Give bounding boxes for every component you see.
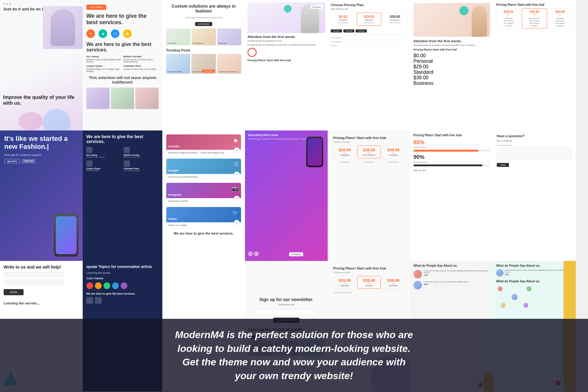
style-thumb-2: Photosession xyxy=(191,28,216,45)
nav-bar xyxy=(3,3,80,5)
p-sub-feat-2c: List Item xyxy=(524,25,545,27)
phone-screen xyxy=(56,216,77,254)
testimonial-name-a: Julia xyxy=(505,273,573,275)
price-name-standard: Standard xyxy=(359,19,379,21)
swatch-green xyxy=(104,282,110,289)
fashion-hero-image: ★ Fashion xyxy=(247,2,325,33)
p-price-2: $39.99 xyxy=(524,10,545,13)
tile-services-dark: We are here to give the best services. N… xyxy=(83,130,162,261)
choose-btn-1[interactable]: Choose xyxy=(331,29,342,32)
p-col-3: $59.99 /mo Available Top Feature Top Fea… xyxy=(548,8,573,28)
photo-thumb-1 xyxy=(86,88,110,109)
testimonial-content-a: Lorem ipsum dolor sit amet, consectetur … xyxy=(505,269,573,277)
photo-thumb-3 xyxy=(135,88,159,109)
attn-hero-person xyxy=(472,6,487,37)
pricing-choose-title: Choose Pricing Plan. xyxy=(331,3,407,7)
what-title2: What do People Say About us. xyxy=(496,280,573,283)
read-more-btn[interactable]: Read More xyxy=(202,70,215,73)
newsletter-email-input[interactable] xyxy=(256,309,317,316)
p-period-col-2: /mo xyxy=(524,13,545,15)
social-card-instagram: Instagram 📷 + Subscribe to channel xyxy=(166,183,241,204)
p-price-3: $59.99 xyxy=(550,10,571,13)
mini-avatar-2 xyxy=(254,251,259,256)
p-tier-cheapest: Cheapest xyxy=(335,154,354,156)
instagram-plus-btn[interactable]: + xyxy=(234,196,240,202)
outer-circle-1 xyxy=(498,286,503,291)
youtube-icon: ▶ xyxy=(234,137,239,144)
person-silhouette xyxy=(51,9,75,46)
form-field-name[interactable] xyxy=(4,272,64,277)
testimonial-2: Lorem ipsum dolor sit amet, consectetur … xyxy=(413,281,490,289)
dark-feat-title-coding: No Coding xyxy=(86,154,121,156)
attention-desc: Everything that we advertised is also be… xyxy=(247,44,325,46)
orange-cta-btn[interactable]: Get Started xyxy=(86,5,106,10)
testimonial-name-2: Mark xyxy=(424,283,469,285)
tile-attention: ★ Fashion Attention from the first words… xyxy=(245,0,328,130)
cta-desc: Skill Our Test xyxy=(413,169,490,172)
appstore-btn[interactable]: App Store xyxy=(4,159,20,164)
pink-blob-decoration xyxy=(18,112,43,130)
getit-btn[interactable]: Get it on xyxy=(22,159,35,164)
improve-text: Improve the quality of your life with us… xyxy=(3,94,83,106)
google-plus-btn[interactable]: + xyxy=(234,172,240,178)
progress-section-1: 85% Skill Our Test xyxy=(413,139,490,152)
p-sub-feat-2a: Top Feature xyxy=(524,20,545,22)
swatch-blue xyxy=(112,282,119,289)
choose-btn-3[interactable]: Choose xyxy=(356,29,367,32)
dark-feat-title-styles: Unique Styles xyxy=(86,168,121,170)
attention-sub: Everything that we advertised is true. xyxy=(247,40,325,42)
tile-progress: Pricing Plans! Start with free trial 85%… xyxy=(410,130,493,261)
twitter-plus-btn[interactable]: + xyxy=(234,220,240,226)
feature-mobile: Mobile Friendly All you can do on mobile… xyxy=(123,55,159,63)
progress-fill-1 xyxy=(413,150,479,152)
google-icon: G xyxy=(234,161,239,168)
price-feature-free: Top Features xyxy=(333,22,353,24)
company-badge: Company xyxy=(289,252,303,256)
feature-title-coding: No Coding xyxy=(86,55,122,58)
question-input[interactable] xyxy=(497,147,572,160)
send-button[interactable]: SEND xyxy=(4,289,24,295)
feature-desc-styles: Endless designs and multiple page design… xyxy=(86,68,122,72)
pricing-teaser-title: Pricing Plans! Start with free trial xyxy=(247,59,325,62)
pricing2-title: Pricing Plans! Start with free trial xyxy=(333,136,405,140)
pf-top: Top Features xyxy=(333,161,356,163)
attn-hero-image xyxy=(413,3,490,37)
learn-text: Learning the secrets... xyxy=(4,301,79,305)
feature-item-3: List Item xyxy=(331,45,407,47)
no-select-text: This selection will not leave anyone ind… xyxy=(86,75,159,85)
attn-hero-title: Attention from the first words. xyxy=(413,39,490,43)
write-title: Write to us and we will help! xyxy=(4,265,79,270)
p-tier-3-2: Popular xyxy=(360,285,378,287)
pricing-choose-sub: Start with free trial xyxy=(331,8,407,10)
price-amount-free: $0.00 xyxy=(333,15,353,18)
youtube-plus-btn[interactable]: + xyxy=(234,147,240,153)
dark-feature-styles: Unique Styles Multiple designs xyxy=(86,160,121,172)
progress-label-2: 90% xyxy=(413,154,490,160)
dark-feature-coding: No Coding Believe in your abilities xyxy=(86,147,121,158)
people-say-title: What do People Say About us. xyxy=(496,264,573,267)
trending-card-caption-3: It will be your personal... xyxy=(218,71,238,73)
pricing3-features: Top Features included xyxy=(333,292,405,293)
instagram-name: Instagram xyxy=(168,193,181,196)
swatch-red xyxy=(86,282,93,289)
submit-question-btn[interactable]: Send xyxy=(497,163,509,167)
p-amount-avail: $59.99 xyxy=(384,148,403,152)
question-title: Have a question? xyxy=(497,134,572,138)
attn-price-amount-3: $39.00 xyxy=(413,75,490,81)
p-col-1: $29.99 /mo Cheapest Top Feature Top Feat… xyxy=(496,8,521,28)
analytics-icon: ◉ xyxy=(123,29,132,38)
p-price-1: $29.99 xyxy=(498,10,519,13)
youtube-content: Subscribe to label this channel — it won… xyxy=(166,150,241,156)
style-thumb-3: Game Day xyxy=(217,28,241,45)
pricing-vert-title: Pricing Plans! Start with free trial xyxy=(496,3,573,6)
p-tier-popular: Most Popular xyxy=(360,154,378,156)
shop-btn[interactable]: Get Started xyxy=(166,21,241,26)
dark-service-icon-1 xyxy=(86,297,93,304)
p-amount-popular: $39.99 xyxy=(360,148,378,152)
choose-btn-2[interactable]: Choose xyxy=(343,29,355,32)
feature-item-1: Fwd Features xyxy=(331,37,407,39)
icon-row: ✦ ◈ ⬡ ◉ xyxy=(86,29,159,38)
form-field-email[interactable] xyxy=(4,279,64,285)
attn-price-name-1: Personal xyxy=(413,58,490,64)
feature-item-2: Get Features xyxy=(331,41,407,43)
